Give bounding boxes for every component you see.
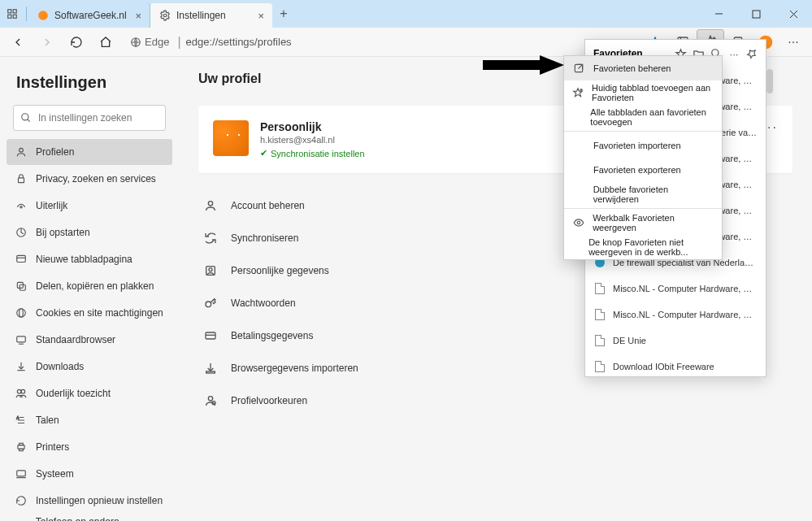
tab-instellingen[interactable]: Instellingen ×	[150, 3, 272, 28]
profile-link[interactable]: Profielvoorkeuren	[198, 384, 792, 417]
favicon	[593, 282, 606, 295]
sidebar-item[interactable]: Uiterlijk	[7, 193, 172, 219]
svg-rect-7	[753, 11, 760, 18]
sidebar-item[interactable]: Printers	[7, 434, 172, 460]
scrollbar[interactable]	[766, 69, 773, 93]
favorites-context-menu: Favorieten beherenHuidig tabblad toevoeg…	[563, 55, 723, 260]
menu-label: Huidig tabblad toevoegen aan Favorieten	[592, 83, 714, 102]
svg-line-62	[578, 64, 582, 68]
sidebar-icon	[15, 361, 28, 372]
favorite-item[interactable]: DE Unie	[585, 328, 766, 354]
favorites-more-icon[interactable]: ···	[725, 48, 743, 60]
profile-email: h.kisters@xs4all.nl	[260, 135, 365, 145]
svg-rect-2	[8, 15, 11, 18]
link-icon	[203, 297, 218, 310]
svg-rect-0	[8, 10, 11, 13]
close-icon[interactable]: ×	[135, 10, 141, 22]
sidebar-item[interactable]: Systeem	[7, 461, 172, 487]
sidebar-icon	[15, 307, 28, 319]
sidebar-icon	[15, 200, 28, 211]
address-prefix: Edge	[127, 36, 172, 48]
home-button[interactable]	[93, 29, 119, 55]
sidebar-item-label: Ouderlijk toezicht	[36, 388, 111, 399]
svg-point-47	[209, 268, 212, 271]
sidebar-item[interactable]: Privacy, zoeken en services	[7, 166, 172, 192]
back-button[interactable]	[5, 29, 31, 55]
svg-rect-31	[17, 336, 26, 342]
pin-icon[interactable]	[743, 48, 761, 59]
close-icon[interactable]: ×	[258, 10, 264, 22]
sidebar-item[interactable]: Cookies en site machtigingen	[7, 300, 172, 326]
sidebar-item[interactable]: Nieuwe tabbladpagina	[7, 246, 172, 272]
context-menu-item[interactable]: Favorieten beheren	[564, 56, 722, 80]
sidebar-item-label: Systeem	[36, 468, 74, 480]
maximize-button[interactable]	[737, 0, 775, 28]
svg-point-48	[206, 302, 211, 307]
sidebar-item[interactable]: Telefoon en andere apparaten	[7, 514, 172, 521]
sidebar-item[interactable]: Standaardbrowser	[7, 327, 172, 353]
svg-rect-1	[13, 10, 16, 13]
more-icon[interactable]: ···	[779, 29, 807, 55]
minimize-button[interactable]	[700, 0, 737, 28]
context-menu-item[interactable]: Alle tabbladen aan favorieten toevoegen	[564, 105, 722, 129]
sidebar-item[interactable]: Bij opstarten	[7, 219, 172, 245]
context-menu-item[interactable]: Favorieten importeren	[564, 133, 722, 158]
svg-point-30	[20, 309, 24, 318]
link-icon	[203, 329, 218, 342]
sidebar-title: Instellingen	[16, 73, 172, 92]
sidebar-item[interactable]: ATalen	[7, 407, 172, 433]
link-label: Account beheren	[231, 200, 305, 211]
svg-rect-38	[20, 443, 24, 445]
favorite-item[interactable]: Misco.NL - Computer Hardware, Software, …	[585, 302, 766, 328]
new-tab-button[interactable]: +	[272, 7, 295, 21]
context-menu-item[interactable]: Dubbele favorieten verwijderen	[564, 182, 722, 206]
sidebar-item-label: Cookies en site machtigingen	[36, 307, 163, 319]
sidebar-icon	[15, 173, 28, 185]
sidebar-item[interactable]: Profielen	[7, 139, 172, 165]
tab-favicon	[37, 9, 50, 22]
favorite-item[interactable]: Download IObit Freeware	[585, 354, 766, 376]
svg-point-34	[17, 389, 21, 393]
sidebar-icon	[15, 254, 28, 265]
menu-label: Favorieten exporteren	[593, 165, 681, 175]
sidebar-item[interactable]: Instellingen opnieuw instellen	[7, 488, 172, 514]
address-separator: |	[177, 35, 180, 50]
svg-rect-37	[18, 445, 24, 449]
sidebar-icon	[15, 388, 28, 399]
svg-rect-25	[17, 255, 26, 262]
context-menu-item[interactable]: Werkbalk Favorieten weergeven	[564, 211, 722, 235]
link-icon	[203, 264, 218, 277]
tab-softwaregeek[interactable]: SoftwareGeek.nl ×	[28, 3, 150, 28]
search-input[interactable]	[13, 105, 166, 131]
svg-rect-40	[17, 471, 26, 476]
link-label: Betalingsgegevens	[231, 330, 313, 341]
sidebar-icon	[15, 334, 28, 345]
context-menu-item[interactable]: Favorieten exporteren	[564, 158, 722, 182]
svg-point-5	[163, 14, 167, 17]
sidebar-item-label: Bij opstarten	[36, 227, 90, 238]
tab-label: SoftwareGeek.nl	[54, 10, 127, 21]
forward-button[interactable]	[34, 29, 60, 55]
favorite-label: DE Unie	[613, 336, 646, 345]
context-menu-item[interactable]: De knop Favorieten niet weergeven in de …	[564, 235, 722, 259]
favorite-label: Misco.NL - Computer Hardware, Software, …	[613, 284, 758, 293]
sidebar-item[interactable]: Ouderlijk toezicht	[7, 380, 172, 406]
refresh-button[interactable]	[63, 29, 89, 55]
tab-label: Instellingen	[176, 10, 226, 21]
link-icon	[203, 232, 218, 245]
sidebar-item-label: Instellingen opnieuw instellen	[36, 495, 163, 506]
sidebar-item[interactable]: Delen, kopiëren en plakken	[7, 273, 172, 299]
link-icon	[203, 394, 218, 407]
context-menu-item[interactable]: Huidig tabblad toevoegen aan Favorieten	[564, 80, 722, 105]
profile-sync[interactable]: Synchronisatie instellen	[260, 148, 365, 158]
favorite-item[interactable]: Misco.NL - Computer Hardware, Software, …	[585, 276, 766, 302]
menu-icon	[572, 217, 584, 228]
gear-icon	[158, 9, 172, 22]
settings-sidebar: Instellingen ProfielenPrivacy, zoeken en…	[0, 57, 179, 521]
svg-point-4	[38, 11, 48, 20]
sidebar-item[interactable]: Downloads	[7, 354, 172, 380]
close-button[interactable]	[775, 0, 812, 28]
address-url: edge://settings/profiles	[186, 36, 292, 48]
app-menu-icon[interactable]	[0, 8, 24, 20]
address-bar[interactable]: Edge | edge://settings/profiles	[127, 31, 633, 54]
